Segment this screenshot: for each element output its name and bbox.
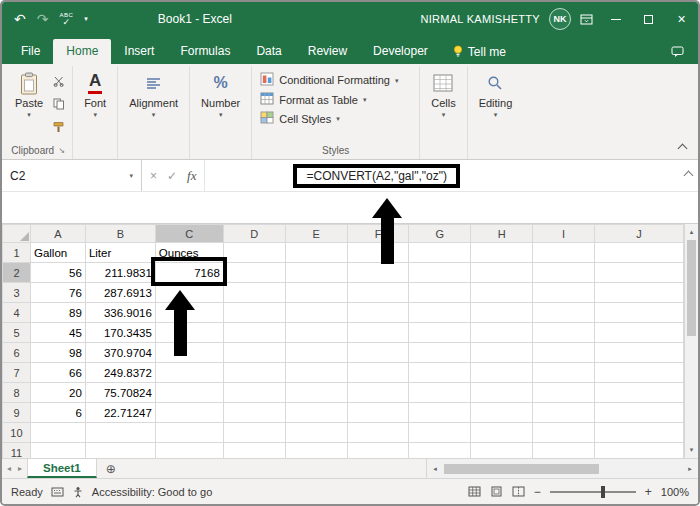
cell-E6[interactable] — [285, 343, 347, 363]
col-header-A[interactable]: A — [30, 225, 85, 243]
zoom-out-icon[interactable]: − — [534, 485, 541, 499]
page-break-view-icon[interactable] — [512, 486, 525, 497]
tab-formulas[interactable]: Formulas — [167, 39, 243, 64]
cell-C4[interactable] — [155, 303, 223, 323]
undo-icon[interactable]: ↶ — [14, 12, 26, 26]
cell-G1[interactable] — [409, 243, 471, 263]
row-header-7[interactable]: 7 — [3, 363, 31, 383]
cell-J1[interactable] — [595, 243, 684, 263]
qat-dropdown-icon[interactable]: ▾ — [84, 15, 88, 23]
cell-B7[interactable]: 249.8372 — [85, 363, 155, 383]
cell-A7[interactable]: 66 — [30, 363, 85, 383]
cell-I1[interactable] — [533, 243, 595, 263]
cell-B1[interactable]: Liter — [85, 243, 155, 263]
row-header-11[interactable]: 11 — [3, 443, 31, 459]
cell-I6[interactable] — [533, 343, 595, 363]
tab-file[interactable]: File — [8, 39, 53, 64]
cell-C6[interactable] — [155, 343, 223, 363]
horizontal-scrollbar[interactable]: ◂ ▸ — [426, 459, 698, 478]
cell-E1[interactable] — [285, 243, 347, 263]
cell-D10[interactable] — [223, 423, 285, 443]
account-name[interactable]: NIRMAL KAMISHETTY — [420, 13, 540, 25]
cell-H11[interactable] — [471, 443, 533, 459]
conditional-formatting-button[interactable]: Conditional Formatting ▾ — [260, 72, 411, 88]
cell-A3[interactable]: 76 — [30, 283, 85, 303]
row-header-4[interactable]: 4 — [3, 303, 31, 323]
cell-C2[interactable]: 7168 — [155, 263, 223, 283]
cell-I2[interactable] — [533, 263, 595, 283]
formula-input[interactable]: =CONVERT(A2,"gal","oz") — [205, 160, 698, 191]
vertical-scrollbar[interactable]: ▴ ▾ — [684, 224, 698, 458]
zoom-level[interactable]: 100% — [661, 486, 689, 498]
row-header-5[interactable]: 5 — [3, 323, 31, 343]
tab-review[interactable]: Review — [295, 39, 360, 64]
cell-F11[interactable] — [347, 443, 409, 459]
cell-G11[interactable] — [409, 443, 471, 459]
redo-icon[interactable]: ↷ — [37, 12, 49, 26]
normal-view-icon[interactable] — [468, 486, 481, 497]
cell-E11[interactable] — [285, 443, 347, 459]
maximize-button[interactable] — [632, 2, 665, 36]
cell-B3[interactable]: 287.6913 — [85, 283, 155, 303]
cell-A10[interactable] — [30, 423, 85, 443]
next-sheet-icon[interactable]: ▸ — [18, 464, 22, 473]
cell-F10[interactable] — [347, 423, 409, 443]
zoom-slider[interactable] — [550, 491, 636, 493]
macro-record-icon[interactable] — [51, 487, 64, 497]
cut-icon[interactable] — [53, 73, 65, 91]
cell-G6[interactable] — [409, 343, 471, 363]
cell-A8[interactable]: 20 — [30, 383, 85, 403]
cell-E9[interactable] — [285, 403, 347, 423]
cell-H3[interactable] — [471, 283, 533, 303]
alignment-button[interactable]: Alignment ▾ — [122, 67, 185, 159]
editing-button[interactable]: Editing ▾ — [472, 67, 520, 159]
cells-button[interactable]: Cells ▾ — [424, 67, 462, 159]
cell-B11[interactable] — [85, 443, 155, 459]
cell-E5[interactable] — [285, 323, 347, 343]
minimize-button[interactable] — [599, 2, 632, 36]
cell-C3[interactable] — [155, 283, 223, 303]
previous-sheet-icon[interactable]: ◂ — [7, 464, 11, 473]
cell-I10[interactable] — [533, 423, 595, 443]
cell-H2[interactable] — [471, 263, 533, 283]
col-header-I[interactable]: I — [533, 225, 595, 243]
page-layout-view-icon[interactable] — [490, 486, 503, 497]
cell-H1[interactable] — [471, 243, 533, 263]
copy-icon[interactable] — [53, 96, 65, 114]
cell-H6[interactable] — [471, 343, 533, 363]
cell-E8[interactable] — [285, 383, 347, 403]
cell-A11[interactable] — [30, 443, 85, 459]
cell-J6[interactable] — [595, 343, 684, 363]
cancel-icon[interactable]: × — [150, 169, 157, 183]
comments-icon[interactable] — [671, 46, 692, 64]
zoom-in-icon[interactable]: + — [645, 485, 652, 499]
cell-B9[interactable]: 22.71247 — [85, 403, 155, 423]
cell-J4[interactable] — [595, 303, 684, 323]
cell-F2[interactable] — [347, 263, 409, 283]
spellcheck-icon[interactable]: ABC ✓ — [59, 12, 73, 27]
vertical-scrollbar-thumb[interactable] — [687, 240, 696, 336]
horizontal-scrollbar-thumb[interactable] — [444, 464, 599, 474]
cell-F6[interactable] — [347, 343, 409, 363]
cell-E3[interactable] — [285, 283, 347, 303]
cell-C11[interactable] — [155, 443, 223, 459]
avatar[interactable]: NK — [549, 8, 571, 30]
cell-J2[interactable] — [595, 263, 684, 283]
cell-E10[interactable] — [285, 423, 347, 443]
cell-D8[interactable] — [223, 383, 285, 403]
cell-G9[interactable] — [409, 403, 471, 423]
select-all-corner[interactable] — [3, 225, 31, 243]
scroll-left-icon[interactable]: ◂ — [427, 465, 443, 473]
cell-H9[interactable] — [471, 403, 533, 423]
cell-J5[interactable] — [595, 323, 684, 343]
cell-F4[interactable] — [347, 303, 409, 323]
cell-A4[interactable]: 89 — [30, 303, 85, 323]
cell-B2[interactable]: 211.9831 — [85, 263, 155, 283]
col-header-B[interactable]: B — [85, 225, 155, 243]
sheet-tab-sheet1[interactable]: Sheet1 — [27, 459, 97, 478]
cell-I4[interactable] — [533, 303, 595, 323]
paste-button[interactable]: Paste ▾ — [8, 67, 50, 144]
cell-G8[interactable] — [409, 383, 471, 403]
col-header-J[interactable]: J — [595, 225, 684, 243]
scroll-right-icon[interactable]: ▸ — [682, 465, 698, 473]
